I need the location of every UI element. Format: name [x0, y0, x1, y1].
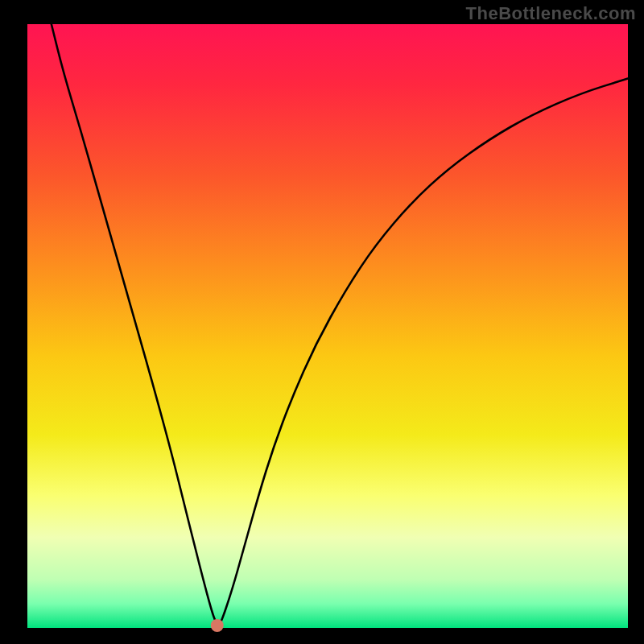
vertex-marker [211, 619, 224, 632]
bottleneck-chart [0, 0, 644, 644]
plot-background [27, 24, 628, 628]
chart-frame: TheBottleneck.com [0, 0, 644, 644]
